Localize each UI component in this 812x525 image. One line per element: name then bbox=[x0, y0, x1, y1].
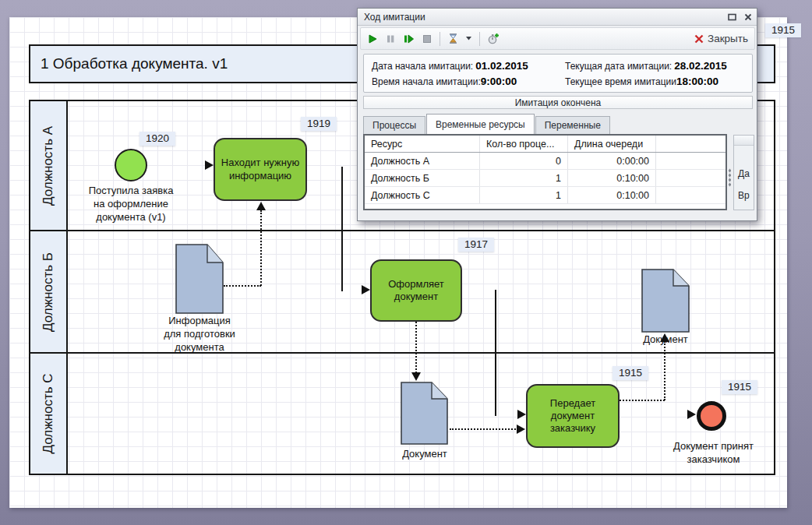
task-transfer-badge: 1915 bbox=[613, 366, 648, 380]
arrowhead-icon bbox=[517, 425, 525, 434]
lane-divider bbox=[30, 230, 774, 231]
lane-c[interactable]: Должность С bbox=[30, 354, 68, 474]
arrowhead-icon bbox=[256, 202, 266, 210]
add-timer-icon[interactable] bbox=[487, 33, 500, 44]
start-date-label: Дата начала имитации: bbox=[372, 61, 473, 72]
arrowhead-icon bbox=[205, 160, 214, 170]
flow-find-to-prepare bbox=[341, 167, 343, 291]
task-prepare-doc-badge: 1917 bbox=[458, 238, 494, 252]
close-simulation-button[interactable]: Закрыть bbox=[694, 33, 748, 44]
end-event[interactable] bbox=[697, 401, 726, 431]
dialog-title: Ход имитации bbox=[364, 12, 425, 23]
tab-processes[interactable]: Процессы bbox=[363, 116, 425, 134]
document-info-shape[interactable] bbox=[175, 244, 224, 314]
tab-processes-label: Процессы bbox=[372, 120, 416, 131]
table-header-row: Ресурс Кол-во проце... Длина очереди bbox=[365, 136, 726, 153]
flow-prepare-to-transfer bbox=[495, 290, 496, 416]
stop-icon[interactable] bbox=[422, 33, 432, 44]
close-icon[interactable] bbox=[744, 13, 752, 21]
side-panel: Да Вр bbox=[733, 135, 754, 210]
diagram-title: 1 Обработка документа. v1 bbox=[41, 55, 228, 72]
cell-queue: 0:10:00 bbox=[568, 170, 656, 186]
simulation-dialog: Ход имитации bbox=[357, 8, 757, 221]
step-icon[interactable] bbox=[403, 33, 415, 44]
toolbar-separator bbox=[479, 32, 480, 46]
lane-b-label: Должность Б bbox=[41, 252, 56, 332]
close-simulation-label: Закрыть bbox=[708, 33, 748, 44]
assoc-transfer-to-doc bbox=[664, 341, 665, 400]
hourglass-icon[interactable] bbox=[447, 33, 459, 44]
start-time-label: Время начала имитации: bbox=[372, 76, 481, 87]
current-time-value: 18:00:00 bbox=[676, 76, 718, 87]
dialog-titlebar[interactable]: Ход имитации bbox=[358, 9, 757, 26]
assoc-docinfo-to-find bbox=[260, 210, 262, 286]
assoc-transfer-to-doc bbox=[620, 400, 665, 401]
document-bottom-shape[interactable] bbox=[401, 382, 448, 445]
dialog-tabs: Процессы Временные ресурсы Переменные bbox=[363, 114, 611, 134]
lane-b[interactable]: Должность Б bbox=[30, 231, 68, 352]
simulation-status-bar: Имитация окончена bbox=[363, 96, 753, 109]
assoc-docinfo-to-find bbox=[224, 285, 261, 287]
cell-resource: Должность Б bbox=[365, 170, 480, 186]
document-right-label: Документ bbox=[634, 333, 697, 347]
screen: { "colors": { "background_purple": "#9b9… bbox=[0, 0, 812, 525]
column-header-queue[interactable]: Длина очереди bbox=[568, 136, 656, 152]
tab-variables[interactable]: Переменные bbox=[535, 116, 610, 134]
side-panel-label: Да bbox=[734, 168, 754, 179]
resources-table: Ресурс Кол-во проце... Длина очереди Дол… bbox=[363, 134, 727, 210]
play-icon[interactable] bbox=[367, 33, 378, 44]
lane-c-label: Должность С bbox=[41, 373, 56, 453]
tab-time-resources-label: Временные ресурсы bbox=[436, 119, 525, 130]
tab-time-resources[interactable]: Временные ресурсы bbox=[426, 114, 535, 134]
document-info-label: Информация для подготовки документа bbox=[137, 315, 262, 354]
side-panel-header bbox=[734, 136, 754, 146]
start-date-value: 01.02.2015 bbox=[475, 60, 528, 72]
dropdown-caret-icon[interactable] bbox=[466, 37, 472, 41]
assoc-doc-to-transfer bbox=[450, 428, 518, 430]
cell-resource: Должность А bbox=[365, 153, 480, 169]
start-time-value: 9:00:00 bbox=[481, 76, 517, 87]
cell-count: 1 bbox=[480, 170, 568, 186]
end-event-badge: 1915 bbox=[722, 380, 757, 394]
table-row[interactable]: Должность Б 1 0:10:00 bbox=[365, 170, 726, 187]
column-header-empty bbox=[656, 136, 726, 152]
document-bottom-label: Документ bbox=[394, 448, 456, 461]
assoc-prepare-to-doc bbox=[415, 322, 417, 373]
tab-variables-label: Переменные bbox=[545, 120, 601, 131]
arrowhead-icon bbox=[687, 410, 696, 419]
arrowhead-icon bbox=[517, 410, 526, 419]
floating-badge: 1915 bbox=[765, 23, 801, 37]
simulation-status-text: Имитация окончена bbox=[515, 97, 602, 108]
table-row[interactable]: Должность С 1 0:10:00 bbox=[365, 187, 726, 204]
current-time-label: Текущее время имитации bbox=[565, 76, 676, 87]
lane-a[interactable]: Должность А bbox=[30, 101, 68, 230]
task-find-info-badge: 1919 bbox=[301, 117, 337, 131]
cell-count: 0 bbox=[480, 153, 568, 169]
task-transfer[interactable]: Передает документ заказчику bbox=[526, 384, 620, 448]
arrowhead-icon bbox=[362, 285, 370, 294]
current-date-value: 28.02.2015 bbox=[674, 60, 727, 72]
maximize-icon[interactable] bbox=[728, 13, 736, 21]
pause-icon[interactable] bbox=[385, 33, 396, 44]
cell-queue: 0:00:00 bbox=[568, 153, 656, 169]
toolbar-separator bbox=[440, 32, 440, 46]
start-event[interactable] bbox=[115, 149, 147, 181]
task-prepare-doc[interactable]: Оформляет документ bbox=[370, 259, 462, 322]
cell-resource: Должность С bbox=[365, 187, 480, 203]
start-event-badge: 1920 bbox=[139, 132, 175, 146]
lane-a-label: Должность А bbox=[41, 125, 56, 205]
panel-splitter-handle[interactable] bbox=[729, 168, 731, 187]
side-panel-label: Вр bbox=[734, 190, 754, 201]
dialog-toolbar: Закрыть bbox=[360, 27, 755, 50]
end-event-label: Документ принят заказчиком bbox=[657, 440, 770, 467]
simulation-info-panel: Дата начала имитации: 01.02.2015 Текущая… bbox=[363, 54, 753, 93]
cell-queue: 0:10:00 bbox=[568, 187, 656, 203]
column-header-count[interactable]: Кол-во проце... bbox=[480, 136, 568, 152]
task-find-info[interactable]: Находит нужную информацию bbox=[214, 138, 307, 201]
document-right-shape[interactable] bbox=[641, 269, 690, 333]
table-row[interactable]: Должность А 0 0:00:00 bbox=[365, 153, 726, 170]
column-header-resource[interactable]: Ресурс bbox=[365, 136, 480, 152]
cell-count: 1 bbox=[480, 187, 568, 203]
red-x-icon bbox=[694, 34, 704, 44]
start-event-label: Поступила заявка на оформление документа… bbox=[72, 185, 189, 224]
